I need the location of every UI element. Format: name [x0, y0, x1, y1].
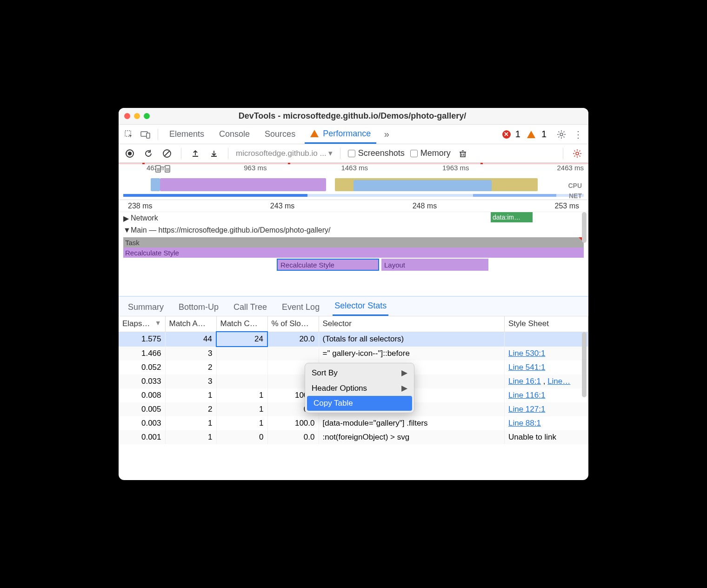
network-track-header[interactable]: ▶ Network data:im… [119, 212, 588, 224]
col-slow[interactable]: % of Slo… [267, 316, 319, 332]
table-cell: [data-module="gallery"] .filters [319, 416, 505, 430]
checkbox-icon [410, 150, 418, 157]
main-track-header[interactable]: ▼ Main — https://microsoftedge.github.io… [119, 224, 588, 236]
table-cell: 0.003 [119, 416, 165, 430]
overview-panel[interactable]: 463 ms 963 ms 1463 ms 1963 ms 2463 ms ||… [119, 163, 588, 200]
stylesheet-link[interactable]: Line 541:1 [508, 363, 545, 372]
close-icon[interactable] [124, 113, 130, 119]
menu-header-options[interactable]: Header Options ▶ [305, 381, 414, 396]
overview-handle-right[interactable]: ||| [165, 165, 170, 173]
menu-copy-table[interactable]: Copy Table [307, 396, 412, 411]
tab-bottom-up[interactable]: Bottom-Up [177, 299, 220, 316]
tab-performance[interactable]: Performance [305, 125, 376, 144]
overview-handle-left[interactable]: ||| [155, 165, 161, 173]
disclosure-down-icon[interactable]: ▼ [123, 226, 129, 234]
error-badge-icon[interactable]: ✕ [502, 130, 511, 139]
tick-label: 963 ms [244, 164, 267, 172]
table-cell: 1 [165, 430, 216, 444]
gc-icon[interactable] [456, 147, 469, 160]
profile-dropdown[interactable]: microsoftedge.github.io ... ▾ [236, 148, 333, 158]
recalculate-style-bar-full[interactable]: Recalculate Style [123, 247, 584, 258]
tab-event-log[interactable]: Event Log [280, 299, 321, 316]
menu-label: Sort By [312, 368, 338, 378]
layout-bar[interactable]: Layout [381, 259, 488, 271]
stylesheet-link[interactable]: Line 127:1 [508, 405, 545, 414]
menu-label: Copy Table [313, 399, 353, 408]
table-cell: Line 116:1 [505, 388, 588, 402]
inspect-element-icon[interactable] [122, 128, 135, 141]
table-header-row: Elaps…▼ Match A… Match C… % of Slo… Sele… [119, 316, 588, 332]
chevron-right-icon: ▶ [401, 368, 407, 378]
table-cell: 0.005 [119, 402, 165, 416]
table-cell: =" gallery-icon--"]::before [319, 347, 505, 361]
scrollbar[interactable] [582, 212, 587, 243]
tab-summary[interactable]: Summary [126, 299, 166, 316]
overview-graph: ||| ||| CPU NET [123, 172, 584, 200]
cpu-label: CPU [568, 182, 582, 189]
record-button[interactable] [123, 147, 136, 160]
tab-selector-stats[interactable]: Selector Stats [333, 297, 388, 316]
col-sheet[interactable]: Style Sheet [505, 316, 588, 332]
more-tabs-icon[interactable]: » [380, 128, 393, 141]
table-row[interactable]: 1.4663=" gallery-icon--"]::beforeLine 53… [119, 347, 588, 361]
table-cell: Unable to link [505, 430, 588, 444]
svg-point-3 [560, 133, 563, 136]
table-cell: 1.466 [119, 347, 165, 361]
upload-profile-icon[interactable] [189, 147, 202, 160]
flame-chart[interactable]: ▶ Network data:im… ▼ Main — https://micr… [119, 212, 588, 296]
table-row[interactable]: 1.575442420.0(Totals for all selectors) [119, 332, 588, 347]
task-label: Task [125, 239, 140, 247]
table-cell: 1 [216, 388, 267, 402]
kebab-menu-icon[interactable]: ⋮ [572, 128, 585, 141]
tab-elements[interactable]: Elements [164, 126, 210, 143]
context-menu: Sort By ▶ Header Options ▶ Copy Table [305, 363, 414, 413]
reload-button[interactable] [142, 147, 155, 160]
stylesheet-link[interactable]: Line 116:1 [508, 391, 545, 400]
recalc-label: Recalculate Style [125, 249, 179, 257]
maximize-icon[interactable] [144, 113, 150, 119]
tab-console[interactable]: Console [213, 126, 255, 143]
warning-badge-icon[interactable] [527, 131, 535, 138]
table-cell: 20.0 [267, 332, 319, 347]
memory-checkbox[interactable]: Memory [410, 148, 451, 158]
table-cell [505, 332, 588, 347]
menu-sort-by[interactable]: Sort By ▶ [305, 365, 414, 381]
profile-dropdown-label: microsoftedge.github.io ... [236, 149, 327, 158]
download-profile-icon[interactable] [207, 147, 220, 160]
stylesheet-link[interactable]: Line 16:1 [508, 377, 541, 386]
chevron-down-icon: ▾ [328, 148, 333, 158]
table-cell: 44 [165, 332, 216, 347]
stylesheet-link[interactable]: Line 530:1 [508, 349, 545, 358]
warning-icon [310, 130, 319, 137]
table-cell: 0.008 [119, 388, 165, 402]
col-elapsed[interactable]: Elaps…▼ [119, 316, 165, 332]
svg-point-7 [576, 152, 579, 155]
table-cell: Line 541:1 [505, 361, 588, 374]
recalculate-style-bar-selected[interactable]: Recalculate Style [277, 259, 379, 271]
table-cell: 0.0 [267, 430, 319, 444]
col-selector[interactable]: Selector [319, 316, 505, 332]
table-row[interactable]: 0.00311100.0[data-module="gallery"] .fil… [119, 416, 588, 430]
table-cell [216, 347, 267, 361]
stylesheet-link[interactable]: Line… [547, 377, 570, 386]
checkbox-icon [348, 150, 355, 157]
table-cell: Line 88:1 [505, 416, 588, 430]
col-match-a[interactable]: Match A… [165, 316, 216, 332]
table-row[interactable]: 0.001100.0:not(foreignObject) > svgUnabl… [119, 430, 588, 444]
stylesheet-link[interactable]: Line 88:1 [508, 419, 541, 428]
clear-button[interactable] [160, 147, 173, 160]
table-cell: Line 530:1 [505, 347, 588, 361]
device-toolbar-icon[interactable] [139, 128, 152, 141]
minimize-icon[interactable] [134, 113, 140, 119]
screenshots-checkbox[interactable]: Screenshots [348, 148, 405, 158]
warning-count: 1 [541, 129, 547, 140]
settings-icon[interactable] [555, 128, 568, 141]
capture-settings-icon[interactable] [571, 147, 584, 160]
scrollbar[interactable] [582, 332, 587, 397]
task-bar[interactable]: Task [123, 237, 584, 247]
disclosure-right-icon[interactable]: ▶ [123, 214, 129, 223]
tab-call-tree[interactable]: Call Tree [232, 299, 269, 316]
network-request-chip[interactable]: data:im… [491, 212, 533, 222]
tab-sources[interactable]: Sources [259, 126, 301, 143]
col-match-c[interactable]: Match C… [216, 316, 267, 332]
